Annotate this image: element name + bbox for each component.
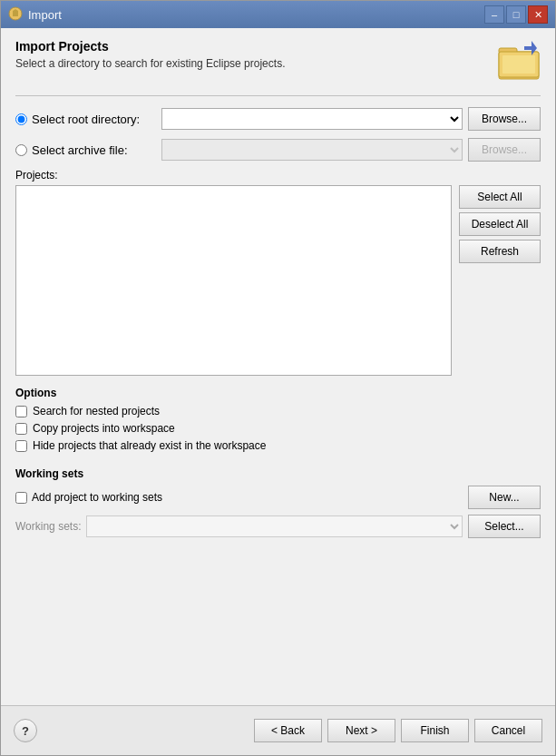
select-all-button[interactable]: Select All [459,185,541,209]
import-window: Import – □ ✕ Import Projects Select a di… [0,0,556,756]
page-subtitle: Select a directory to search for existin… [15,57,285,70]
back-button[interactable]: < Back [254,719,322,742]
root-directory-radio[interactable] [15,113,27,125]
add-working-sets-checkbox[interactable] [15,492,27,504]
bottom-bar-buttons: < Back Next > Finish Cancel [254,719,542,742]
working-sets-title: Working sets [15,467,541,480]
root-directory-select[interactable] [161,108,463,130]
add-working-sets-row: Add project to working sets New... [15,486,541,509]
hide-projects-label: Hide projects that already exist in the … [33,439,266,452]
cancel-button[interactable]: Cancel [474,719,542,742]
hide-projects-row: Hide projects that already exist in the … [15,439,541,452]
nested-projects-row: Search for nested projects [15,405,541,417]
title-bar: Import – □ ✕ [1,1,555,28]
working-sets-input-label: Working sets: [15,520,81,533]
working-sets-section: Working sets Add project to working sets… [15,467,541,538]
root-directory-label: Select root directory: [15,113,156,126]
folder-icon [497,39,541,83]
maximize-button[interactable]: □ [506,5,526,24]
new-working-set-button[interactable]: New... [468,486,541,509]
header-divider [15,95,541,96]
finish-button[interactable]: Finish [401,719,469,742]
page-title: Import Projects [15,39,285,54]
working-sets-label-text: Working sets: [15,520,81,533]
archive-file-row: Select archive file: Browse... [15,138,541,162]
working-sets-input-row: Working sets: Select... [15,515,541,538]
help-button[interactable]: ? [14,719,37,742]
options-title: Options [15,387,541,399]
add-working-sets-text: Add project to working sets [32,491,162,504]
projects-buttons: Select All Deselect All Refresh [459,185,541,376]
copy-projects-row: Copy projects into workspace [15,422,541,435]
nested-projects-checkbox[interactable] [15,406,27,417]
archive-file-radio[interactable] [15,144,27,156]
bottom-bar: ? < Back Next > Finish Cancel [1,705,555,755]
archive-file-text: Select archive file: [32,143,128,157]
options-section: Options Search for nested projects Copy … [15,387,541,457]
archive-file-label: Select archive file: [15,143,156,157]
projects-list[interactable] [15,185,452,376]
header-text: Import Projects Select a directory to se… [15,39,285,70]
content-spacer [15,549,541,694]
window-icon [8,6,23,24]
header-section: Import Projects Select a directory to se… [15,39,541,83]
copy-projects-checkbox[interactable] [15,423,27,435]
refresh-button[interactable]: Refresh [459,240,541,263]
archive-file-select[interactable] [161,139,463,161]
svg-rect-4 [502,55,535,74]
copy-projects-label: Copy projects into workspace [33,422,175,435]
title-bar-buttons: – □ ✕ [484,5,548,24]
projects-label: Projects: [15,169,541,182]
next-button[interactable]: Next > [327,719,395,742]
deselect-all-button[interactable]: Deselect All [459,212,541,236]
browse-archive-button[interactable]: Browse... [468,138,541,162]
select-working-sets-button[interactable]: Select... [468,515,541,538]
projects-section: Select All Deselect All Refresh [15,185,541,376]
hide-projects-checkbox[interactable] [15,440,27,452]
close-button[interactable]: ✕ [528,5,548,24]
nested-projects-label: Search for nested projects [33,405,160,417]
minimize-button[interactable]: – [484,5,504,24]
root-directory-row: Select root directory: Browse... [15,107,541,131]
root-directory-text: Select root directory: [32,113,140,126]
content-area: Import Projects Select a directory to se… [1,28,555,705]
add-working-sets-label: Add project to working sets [15,491,463,504]
working-sets-select[interactable] [86,515,463,537]
window-title: Import [28,8,62,22]
browse-root-button[interactable]: Browse... [468,107,541,131]
title-bar-left: Import [8,6,62,24]
